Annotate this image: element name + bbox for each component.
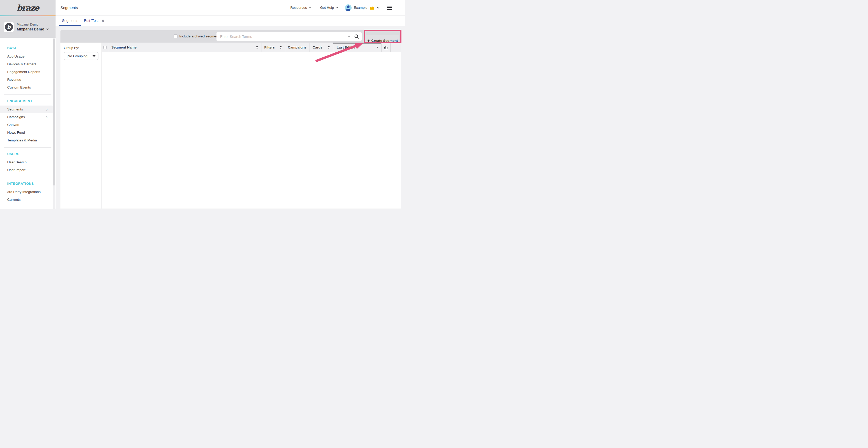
segments-table: Segment Name Filters Campaigns bbox=[102, 43, 401, 208]
nav-section-title-integrations: INTEGRATIONS bbox=[0, 180, 56, 187]
table-header-row: Segment Name Filters Campaigns bbox=[102, 43, 401, 52]
tab-bar: Segments Edit 'Test' ✖ bbox=[56, 15, 405, 26]
sidebar-item-revenue[interactable]: Revenue bbox=[0, 76, 53, 83]
sidebar-item-currents[interactable]: Currents bbox=[0, 196, 53, 204]
sidebar-item-label: Campaigns bbox=[7, 115, 25, 119]
tab-segments[interactable]: Segments bbox=[59, 15, 81, 26]
column-drag-indicator bbox=[333, 43, 381, 44]
sidebar-item-app-usage[interactable]: App Usage bbox=[0, 53, 53, 60]
column-header-campaigns[interactable]: Campaigns bbox=[285, 43, 309, 52]
nav-section-title-engagement: ENGAGEMENT bbox=[0, 98, 56, 105]
group-by-panel: Group By: [No Grouping] bbox=[60, 43, 102, 208]
sidebar-item-devices-carriers[interactable]: Devices & Carriers bbox=[0, 60, 53, 68]
sidebar-item-label: User Search bbox=[7, 160, 27, 164]
user-name: Example bbox=[354, 6, 367, 9]
group-by-label: Group By: bbox=[64, 46, 98, 50]
search-input[interactable] bbox=[220, 35, 348, 39]
avatar bbox=[345, 4, 351, 11]
sidebar-item-label: User Import bbox=[7, 168, 26, 172]
get-help-label: Get Help bbox=[320, 6, 334, 9]
workspace-company-label: Mixpanel Demo bbox=[17, 23, 49, 26]
sidebar-item-label: 3rd Party Integrations bbox=[7, 190, 40, 194]
sidebar-item-templates-media[interactable]: Templates & Media bbox=[0, 137, 53, 144]
tab-label: Segments bbox=[62, 19, 78, 23]
sidebar-item-3rd-party-integrations[interactable]: 3rd Party Integrations bbox=[0, 188, 53, 196]
table-body-empty bbox=[102, 52, 401, 208]
column-header-actions bbox=[391, 43, 401, 52]
nav-section-title-users: USERS bbox=[0, 151, 56, 158]
bar-chart-icon bbox=[383, 45, 389, 49]
sidebar-item-user-import[interactable]: User Import bbox=[0, 166, 53, 174]
sidebar-item-user-search[interactable]: User Search bbox=[0, 159, 53, 166]
sidebar-item-label: Engagement Reports bbox=[7, 70, 40, 74]
sidebar-item-label: Canvas bbox=[7, 123, 19, 127]
workspace-icon: b bbox=[4, 22, 14, 32]
column-header-segment-name[interactable]: Segment Name bbox=[108, 43, 261, 52]
sidebar-item-custom-events[interactable]: Custom Events bbox=[0, 83, 53, 91]
page-title: Segments bbox=[60, 5, 78, 10]
segments-toolbar: Include archived segments + Create Segme… bbox=[60, 30, 401, 43]
resources-menu[interactable]: Resources bbox=[290, 6, 312, 9]
sidebar-item-engagement-reports[interactable]: Engagement Reports bbox=[0, 68, 53, 76]
sidebar-item-campaigns[interactable]: Campaigns › bbox=[0, 113, 53, 121]
column-header-analytics[interactable] bbox=[381, 43, 391, 52]
get-help-menu[interactable]: Get Help bbox=[320, 6, 338, 9]
select-all-cell bbox=[102, 43, 108, 52]
nav-divider bbox=[4, 177, 52, 177]
dropdown-caret-icon bbox=[92, 55, 96, 57]
braze-logo: braze bbox=[17, 3, 39, 12]
sort-icon[interactable] bbox=[328, 46, 330, 49]
column-header-cards[interactable]: Cards bbox=[309, 43, 333, 52]
sidebar-item-label: Segments bbox=[7, 107, 23, 111]
search-icon[interactable] bbox=[354, 34, 359, 39]
nav-divider bbox=[4, 147, 52, 148]
sort-caret-icon[interactable] bbox=[376, 47, 378, 48]
workspace-switcher[interactable]: b Mixpanel Demo Mixpanel Demo bbox=[0, 16, 56, 38]
archived-checkbox[interactable] bbox=[174, 34, 178, 38]
sidebar-item-segments[interactable]: Segments › bbox=[0, 106, 53, 113]
chevron-down-icon bbox=[46, 28, 49, 30]
include-archived-toggle[interactable]: Include archived segments bbox=[174, 34, 221, 38]
segment-search-box bbox=[216, 32, 362, 41]
top-bar: Segments Resources Get Help Example bbox=[56, 0, 405, 15]
sidebar-scrollbar-thumb[interactable] bbox=[53, 38, 55, 185]
sidebar-item-label: Devices & Carriers bbox=[7, 62, 36, 66]
tab-label: Edit 'Test' bbox=[84, 19, 99, 23]
sidebar-item-news-feed[interactable]: News Feed bbox=[0, 129, 53, 137]
group-by-select[interactable]: [No Grouping] bbox=[64, 52, 98, 60]
sort-icon[interactable] bbox=[256, 46, 258, 49]
sidebar: braze b Mixpanel Demo Mixpanel Demo DATA… bbox=[0, 0, 56, 209]
brand-header: braze bbox=[0, 0, 56, 15]
sidebar-item-label: Revenue bbox=[7, 78, 21, 81]
user-menu[interactable]: Example bbox=[345, 4, 379, 11]
search-dropdown-caret-icon[interactable] bbox=[348, 36, 350, 37]
select-all-checkbox[interactable] bbox=[103, 46, 107, 49]
workspace-initial: b bbox=[5, 23, 13, 31]
chevron-down-icon bbox=[336, 7, 338, 8]
column-header-last-edited[interactable]: Last Edited bbox=[333, 43, 381, 52]
chevron-right-icon: › bbox=[46, 106, 48, 113]
sidebar-item-label: Templates & Media bbox=[7, 138, 37, 142]
main-area: Segments Resources Get Help Example bbox=[56, 0, 405, 209]
segments-content: Include archived segments + Create Segme… bbox=[60, 26, 401, 208]
plus-icon: + bbox=[367, 38, 370, 43]
group-by-value: [No Grouping] bbox=[67, 54, 92, 58]
workspace-name: Mixpanel Demo bbox=[17, 27, 44, 31]
sidebar-item-label: App Usage bbox=[7, 55, 25, 58]
hamburger-menu-icon[interactable] bbox=[387, 6, 392, 10]
resources-label: Resources bbox=[290, 6, 307, 9]
sidebar-item-label: News Feed bbox=[7, 131, 25, 134]
sidebar-item-label: Custom Events bbox=[7, 85, 31, 89]
create-segment-label: Create Segment bbox=[371, 39, 398, 43]
sort-icon[interactable] bbox=[280, 46, 282, 49]
chevron-down-icon bbox=[309, 7, 311, 8]
close-tab-icon[interactable]: ✖ bbox=[101, 19, 104, 23]
sidebar-nav: DATA App Usage Devices & Carriers Engage… bbox=[0, 38, 56, 204]
archived-checkbox-label: Include archived segments bbox=[179, 34, 221, 38]
sidebar-item-canvas[interactable]: Canvas bbox=[0, 121, 53, 129]
chevron-right-icon: › bbox=[46, 113, 48, 121]
crown-icon bbox=[369, 6, 375, 10]
sidebar-item-label: Currents bbox=[7, 198, 21, 202]
tab-edit-test[interactable]: Edit 'Test' ✖ bbox=[81, 15, 107, 26]
column-header-filters[interactable]: Filters bbox=[261, 43, 285, 52]
